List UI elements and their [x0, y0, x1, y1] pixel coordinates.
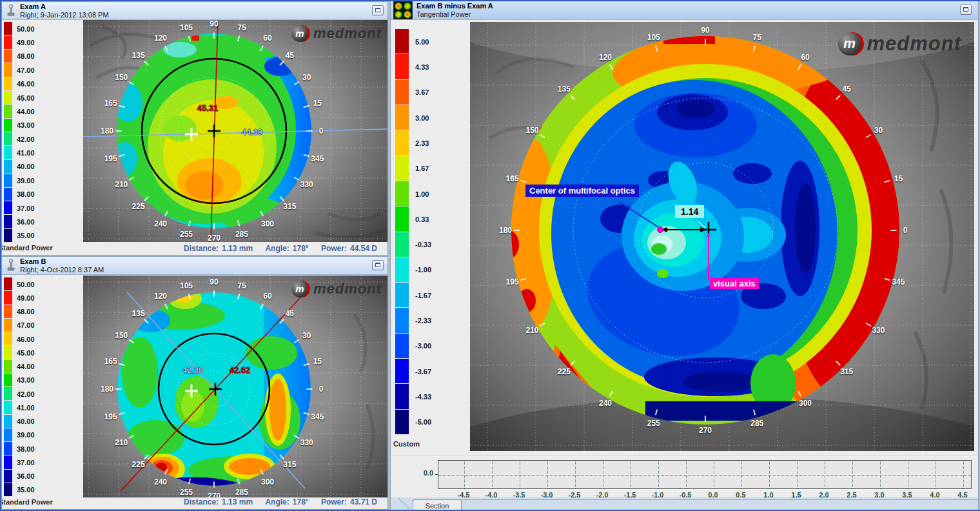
scale-swatch [4, 35, 12, 49]
section-gridline [575, 461, 576, 488]
scale-value: 0.33 [415, 215, 429, 223]
scale-entry: 3.00 [395, 105, 460, 130]
section-gridline [936, 461, 936, 488]
scale-value: -0.33 [415, 241, 431, 248]
angle-value: 178° [293, 244, 309, 253]
scale-entry: 50.00 [4, 277, 81, 291]
section-gridline [547, 461, 548, 488]
scale-swatch [4, 215, 12, 228]
exam-b-scale-caption: Standard Power [1, 498, 53, 506]
scale-swatch [4, 428, 12, 442]
scale-swatch [4, 277, 12, 291]
difference-topography-map[interactable]: 0153045607590105120135150165180195210225… [470, 22, 974, 451]
scale-value: 38.00 [17, 190, 35, 198]
scale-entry: 49.00 [4, 35, 81, 49]
angle-label: Angle: [265, 497, 289, 506]
medmont-orb-icon: m [293, 281, 310, 297]
section-gridline [464, 461, 465, 488]
section-gridline [686, 461, 687, 488]
section-gridline [852, 461, 853, 488]
distance-label: Distance: [184, 244, 219, 253]
section-gridline [741, 461, 742, 488]
section-gridline [520, 461, 520, 488]
difference-title: Exam B minus Exam A [416, 2, 493, 10]
center-of-multifocal-optics-label[interactable]: Center of multifocal optics [525, 185, 639, 197]
scale-value: 3.00 [415, 114, 429, 122]
medmont-logo: m medmont [293, 281, 382, 297]
scale-value: 46.00 [17, 336, 35, 343]
scale-value: 40.00 [17, 163, 35, 170]
section-separator [391, 456, 979, 457]
medmont-wordmark: medmont [313, 281, 382, 297]
tab-strip-line [436, 499, 979, 500]
scale-swatch [4, 470, 12, 483]
exam-a-subtitle: Right; 9-Jan-2012 13:08 PM [20, 11, 109, 19]
difference-header[interactable]: Exam B minus Exam A Tangential Power [391, 1, 978, 20]
scale-entry: 40.00 [4, 160, 81, 174]
scale-value: 1.67 [415, 165, 429, 172]
medmont-orb-icon: m [293, 25, 310, 42]
visual-axis-label[interactable]: visual axis [710, 278, 759, 289]
scale-swatch [4, 483, 12, 497]
scale-entry: 38.00 [4, 188, 81, 201]
scale-swatch [395, 130, 409, 155]
scale-entry: 39.00 [4, 174, 81, 187]
scale-value: 37.00 [17, 459, 35, 466]
scale-swatch [395, 156, 409, 181]
scale-swatch [4, 442, 12, 456]
exam-a-topography-map[interactable]: 45.31 44.39 0153045607590105120135150165… [83, 20, 388, 242]
scale-swatch [4, 119, 12, 132]
scale-value: 47.00 [17, 66, 35, 74]
scale-swatch [4, 374, 12, 387]
exam-a-map-image: 45.31 44.39 [83, 20, 388, 242]
scale-value: 5.00 [415, 38, 429, 46]
exam-b-restore-button[interactable] [372, 260, 384, 270]
scale-entry: -3.00 [395, 334, 460, 359]
scale-entry: 46.00 [4, 77, 81, 91]
scale-entry: 1.67 [395, 156, 460, 181]
scale-entry: 5.00 [395, 29, 460, 54]
scale-value: 43.00 [17, 376, 35, 384]
power-label: Power: [321, 497, 347, 506]
scale-entry: 2.33 [395, 130, 460, 155]
medmont-wordmark: medmont [313, 25, 382, 42]
difference-restore-button[interactable] [960, 5, 972, 15]
scale-value: 46.00 [17, 80, 35, 88]
measured-distance-label[interactable]: 1.14 [675, 205, 704, 218]
steep-power-value: 45.31 [197, 103, 219, 113]
scale-value: 42.00 [17, 135, 35, 143]
difference-maps-icon [393, 1, 413, 22]
section-gridline [963, 461, 964, 488]
scale-entry: 37.00 [4, 456, 81, 469]
medmont-logo: m medmont [841, 32, 962, 55]
section-gridline [631, 461, 631, 488]
section-y-tick-label: 0.0 [413, 469, 433, 477]
scale-swatch [4, 332, 12, 346]
exam-a-restore-button[interactable] [372, 5, 384, 15]
scale-entry: 37.00 [4, 201, 81, 215]
exam-b-topography-map[interactable]: 42.28 42.62 0153045607590105120135150165… [83, 276, 388, 497]
exam-b-header[interactable]: Exam B Right; 4-Oct-2012 8:37 AM [2, 257, 387, 275]
scale-swatch [4, 91, 12, 105]
exam-b-subtitle: Right; 4-Oct-2012 8:37 AM [20, 266, 104, 274]
scale-entry: 42.00 [4, 387, 81, 401]
multifocal-center-dot[interactable] [658, 227, 663, 233]
scale-value: 39.00 [17, 177, 35, 185]
scale-value: 36.00 [17, 472, 35, 480]
scale-entry: -0.33 [395, 232, 460, 257]
scale-entry: 47.00 [4, 319, 81, 332]
exam-a-header[interactable]: Exam A Right; 9-Jan-2012 13:08 PM [2, 2, 387, 20]
scale-entry: 49.00 [4, 291, 81, 305]
scale-swatch [395, 232, 409, 257]
flat-power-value: 42.28 [182, 365, 204, 375]
section-plot[interactable] [438, 460, 972, 489]
scale-swatch [4, 146, 12, 159]
scale-swatch [395, 334, 409, 359]
scale-entry: 35.00 [4, 483, 81, 497]
tab-strip-diagonal [398, 497, 410, 510]
scale-entry: 48.00 [4, 50, 81, 63]
scale-entry: 44.00 [4, 360, 81, 374]
scale-value: 38.00 [17, 445, 35, 453]
scale-entry: -1.67 [395, 283, 460, 308]
restore-icon [375, 263, 380, 267]
